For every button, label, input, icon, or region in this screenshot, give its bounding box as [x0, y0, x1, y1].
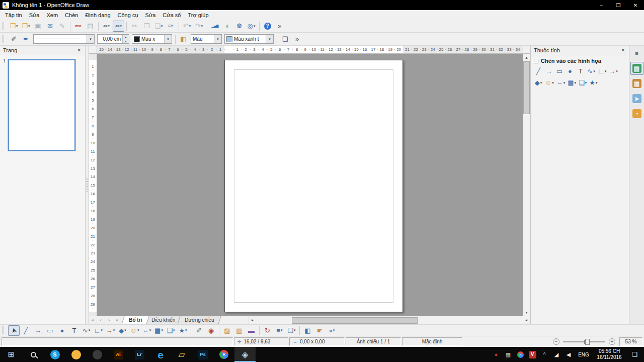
- pages-panel-close-icon[interactable]: ✕: [76, 48, 82, 53]
- styles-deck-button[interactable]: ◔: [630, 107, 643, 120]
- arrange-dropdown-arrow[interactable]: ▾: [294, 328, 296, 332]
- scroll-right-icon[interactable]: ▼: [523, 317, 530, 324]
- page-thumbnail[interactable]: [8, 59, 75, 151]
- line-width-value[interactable]: 0,00 cm: [98, 36, 122, 42]
- dropdown-arrow-icon[interactable]: ▾: [164, 35, 172, 43]
- insert-media-button[interactable]: ▬: [246, 325, 257, 336]
- insert-text-button[interactable]: T: [576, 66, 586, 76]
- stars-dropdown-arrow[interactable]: ▾: [596, 81, 598, 85]
- curve-dropdown-arrow[interactable]: ▾: [89, 328, 91, 332]
- area-style-button[interactable]: ◧: [178, 34, 189, 45]
- basic-shapes-dropdown-arrow[interactable]: ▾: [124, 328, 126, 332]
- edit-points-button[interactable]: ✐: [193, 325, 205, 336]
- toolbar-grip[interactable]: [3, 35, 6, 43]
- insert-picture-button[interactable]: ▨: [221, 325, 233, 336]
- photoshop-taskbar-button[interactable]: Ps: [192, 347, 213, 362]
- menu-format[interactable]: Định dạng: [82, 11, 114, 19]
- email-button[interactable]: ✉: [44, 21, 56, 32]
- cut-button[interactable]: ✂: [129, 21, 140, 32]
- insert-arrow-button[interactable]: →: [544, 66, 554, 76]
- lines-arrows-button[interactable]: →▾: [105, 325, 116, 336]
- chart-button[interactable]: ▂▅▇: [209, 21, 221, 32]
- symbol-shapes-button[interactable]: ☺▾: [129, 325, 140, 336]
- paste-dropdown-arrow[interactable]: ▾: [161, 24, 163, 28]
- maximize-button[interactable]: ❐: [610, 0, 627, 10]
- basic-shapes-dropdown-arrow[interactable]: ▾: [540, 81, 542, 85]
- paste-button[interactable]: ❑▾: [153, 21, 165, 32]
- insert-ellipse-button[interactable]: ●: [565, 66, 575, 76]
- flowchart-button[interactable]: ▦▾: [153, 325, 165, 336]
- open-button[interactable]: ❒▾: [20, 21, 32, 32]
- interaction-button[interactable]: ☛: [314, 325, 326, 336]
- line-color-select[interactable]: Màu x ▾: [132, 34, 172, 44]
- sidebar-menu-button[interactable]: ≡: [630, 47, 643, 60]
- line-button[interactable]: ╱: [20, 325, 32, 336]
- ellipse-button[interactable]: ●: [56, 325, 68, 336]
- fill-color-select[interactable]: Màu xanh t ▾: [224, 34, 274, 44]
- copy-button[interactable]: ❐: [141, 21, 152, 32]
- rectangle-button[interactable]: ▭: [44, 325, 56, 336]
- unikey-tray-button[interactable]: V: [526, 347, 538, 362]
- alignment-button[interactable]: ≡▾: [274, 325, 285, 336]
- arrange-button[interactable]: ❒▾: [286, 325, 297, 336]
- lightroom-taskbar-button[interactable]: Lr: [129, 347, 150, 362]
- toolbar-grip[interactable]: [3, 326, 6, 334]
- select-button[interactable]: ➤: [8, 325, 20, 336]
- new-dropdown-arrow[interactable]: ▾: [16, 24, 18, 28]
- horizontal-scroll-thumb[interactable]: [292, 317, 418, 324]
- navigator-deck-button[interactable]: ➤: [630, 92, 643, 105]
- line-width-spinner[interactable]: 0,00 cm ▴ ▾: [97, 34, 129, 44]
- symbol-shapes-dropdown-arrow[interactable]: ▾: [137, 328, 139, 332]
- network-button[interactable]: ◢: [550, 347, 562, 362]
- menu-modify[interactable]: Sửa: [142, 11, 159, 19]
- next-layer-button[interactable]: ›: [105, 316, 113, 324]
- block-arrows-dropdown-arrow[interactable]: ▾: [149, 328, 151, 332]
- vertical-scroll-thumb[interactable]: [523, 61, 530, 114]
- scroll-left-icon[interactable]: ▲: [249, 317, 256, 324]
- new-button[interactable]: ❐▾: [8, 21, 20, 32]
- horizontal-scrollbar[interactable]: ▲ ▼: [249, 316, 530, 324]
- menu-view[interactable]: Xem: [43, 11, 61, 19]
- print-button[interactable]: ▤: [85, 21, 96, 32]
- dropdown-arrow-icon[interactable]: ▾: [87, 35, 94, 43]
- last-layer-button[interactable]: »: [113, 316, 121, 324]
- properties-deck-button[interactable]: ▤: [630, 62, 643, 75]
- insert-curve-button[interactable]: ∿▾: [586, 66, 596, 76]
- tab-controls[interactable]: Điều khiển: [144, 316, 183, 324]
- line-fill-overflow-button[interactable]: »: [291, 34, 303, 45]
- zoom-level-cell[interactable]: 53 %: [619, 337, 642, 346]
- scroll-up-icon[interactable]: ▲: [523, 54, 530, 61]
- open-dropdown-arrow[interactable]: ▾: [28, 24, 30, 28]
- insert-line-button[interactable]: ╱: [533, 66, 543, 76]
- cursor-position-cell[interactable]: ✛ 16,02 / 9,63: [234, 337, 288, 346]
- redo-button[interactable]: ↷▾: [193, 21, 205, 32]
- undo-dropdown-arrow[interactable]: ▾: [189, 24, 191, 28]
- browser-yellow-taskbar-button[interactable]: [65, 347, 87, 362]
- redo-dropdown-arrow[interactable]: ▾: [201, 24, 203, 28]
- menu-tools[interactable]: Công cụ: [114, 11, 142, 19]
- dropdown-arrow-icon[interactable]: ▾: [266, 35, 273, 43]
- object-size-cell[interactable]: ↔ 0,00 x 0,00: [289, 337, 345, 346]
- fill-style-select[interactable]: Màu ▾: [191, 34, 222, 44]
- connector-dropdown-arrow[interactable]: ▾: [101, 328, 103, 332]
- zoom-button[interactable]: ◎▾: [246, 21, 257, 32]
- basic-shapes-button[interactable]: ◆▾: [533, 77, 543, 88]
- vertical-scrollbar[interactable]: ▲ ▼: [523, 54, 530, 316]
- file-explorer-taskbar-button[interactable]: ▱: [171, 347, 192, 362]
- start-button[interactable]: ⊞: [0, 347, 22, 362]
- callouts-button[interactable]: ❏▾: [578, 77, 588, 88]
- connector-button[interactable]: ∟▾: [93, 325, 104, 336]
- edit-file-button[interactable]: ✎: [56, 21, 68, 32]
- arrow-button[interactable]: →: [32, 325, 44, 336]
- lines-arrows-dropdown-arrow[interactable]: ▾: [113, 328, 115, 332]
- tray-chrome-button[interactable]: [514, 347, 526, 362]
- spin-up-icon[interactable]: ▴: [123, 35, 129, 39]
- spin-down-icon[interactable]: ▾: [123, 39, 129, 44]
- flowchart-dropdown-arrow[interactable]: ▾: [161, 328, 163, 332]
- collapse-icon[interactable]: −: [534, 59, 538, 63]
- block-arrows-dropdown-arrow[interactable]: ▾: [564, 81, 566, 85]
- dropdown-arrow-icon[interactable]: ▾: [214, 35, 221, 43]
- callouts-button[interactable]: ❏▾: [165, 325, 177, 336]
- gallery-button[interactable]: ▥: [233, 325, 245, 336]
- browser-dark-taskbar-button[interactable]: [87, 347, 108, 362]
